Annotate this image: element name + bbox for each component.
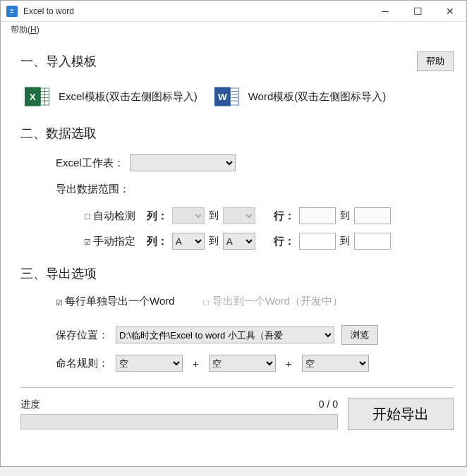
naming-part-2[interactable]: 空 [209, 355, 276, 372]
content-area: 一、导入模板 帮助 X Excel模板(双击左侧图标导入) W Word模板(双… [1, 37, 466, 466]
auto-row-from [299, 207, 336, 224]
excel-template-label: Excel模板(双击左侧图标导入) [59, 90, 198, 104]
auto-row-to [354, 207, 391, 224]
window-title: Excel to word [23, 6, 369, 16]
col-label-manual: 列： [147, 235, 168, 248]
checkbox-empty-icon: ☐ [84, 209, 90, 222]
section-data-select: 二、数据选取 Excel工作表： 导出数据范围： ☐自动检测 列： 到 行： 到 [20, 125, 454, 250]
minimize-button[interactable]: ─ [369, 1, 401, 22]
app-window: ≡ Excel to word ─ ☐ ✕ 帮助(H) 一、导入模板 帮助 X … [0, 0, 467, 467]
each-row-checkbox[interactable]: ☑每行单独导出一个Word [56, 295, 175, 308]
manual-specify-checkbox[interactable]: ☑手动指定 [84, 235, 135, 248]
progress-block: 进度 0 / 0 [20, 398, 338, 429]
plus-2: + [286, 358, 292, 370]
save-location-label: 保存位置： [56, 329, 109, 342]
app-icon: ≡ [6, 6, 18, 17]
browse-button[interactable]: 浏览 [341, 325, 378, 345]
auto-col-from [172, 207, 205, 224]
save-location-row: 保存位置： D:\临时文件\Excel to word 小工具（吾爱 浏览 [20, 325, 454, 345]
window-controls: ─ ☐ ✕ [369, 1, 466, 22]
progress-label: 进度 [20, 398, 40, 411]
maximize-button[interactable]: ☐ [401, 1, 434, 22]
save-path-select[interactable]: D:\临时文件\Excel to word 小工具（吾爱 [116, 327, 334, 343]
to-label-2: 到 [340, 209, 350, 222]
progress-header: 进度 0 / 0 [20, 398, 338, 411]
checkbox-empty-icon: ☐ [203, 295, 210, 308]
naming-part-3[interactable]: 空 [302, 355, 369, 372]
to-label-1: 到 [209, 209, 219, 222]
auto-detect-checkbox[interactable]: ☐自动检测 [84, 209, 135, 223]
checkbox-checked-icon: ☑ [84, 235, 90, 248]
naming-rule-label: 命名规则： [56, 357, 109, 370]
template-row: X Excel模板(双击左侧图标导入) W Word模板(双击左侧图标导入) [20, 84, 454, 109]
section2-title: 二、数据选取 [20, 125, 97, 142]
start-export-button[interactable]: 开始导出 [348, 398, 454, 430]
footer-row: 进度 0 / 0 开始导出 [20, 398, 454, 430]
checkbox-checked-icon: ☑ [56, 295, 62, 308]
word-icon[interactable]: W [214, 84, 240, 109]
title-bar: ≡ Excel to word ─ ☐ ✕ [1, 1, 466, 22]
export-range-label: 导出数据范围： [56, 183, 130, 196]
section1-header: 一、导入模板 帮助 [20, 51, 454, 71]
section3-title: 三、导出选项 [20, 265, 97, 282]
menu-help[interactable]: 帮助(H) [6, 23, 44, 37]
close-button[interactable]: ✕ [434, 1, 466, 22]
auto-col-to [223, 207, 255, 224]
manual-specify-row: ☑手动指定 列： A 到 A 行： 到 [20, 233, 454, 250]
row-label-auto: 行： [274, 209, 295, 223]
worksheet-label: Excel工作表： [56, 157, 124, 170]
worksheet-row: Excel工作表： [20, 154, 454, 171]
menu-bar: 帮助(H) [1, 22, 466, 37]
excel-icon[interactable]: X [25, 84, 50, 109]
auto-detect-row: ☐自动检测 列： 到 行： 到 [20, 207, 454, 224]
to-label-3: 到 [209, 235, 219, 248]
progress-text: 0 / 0 [319, 398, 338, 411]
progress-bar [20, 414, 338, 429]
svg-text:W: W [218, 92, 227, 102]
section1-title: 一、导入模板 [20, 53, 97, 70]
manual-col-from[interactable]: A [172, 233, 205, 250]
section2-header: 二、数据选取 [20, 125, 454, 142]
divider [20, 387, 454, 388]
word-template-label: Word模板(双击左侧图标导入) [248, 90, 387, 104]
section-export-options: 三、导出选项 ☑每行单独导出一个Word ☐导出到一个Word（开发中） 保存位… [20, 265, 454, 372]
row-label-manual: 行： [274, 235, 295, 248]
manual-row-to[interactable] [354, 233, 391, 250]
svg-text:X: X [30, 92, 36, 102]
range-label-row: 导出数据范围： [20, 183, 454, 196]
section3-header: 三、导出选项 [20, 265, 454, 282]
naming-part-1[interactable]: 空 [116, 355, 183, 372]
worksheet-select[interactable] [130, 154, 236, 171]
manual-col-to[interactable]: A [223, 233, 255, 250]
section-import-template: 一、导入模板 帮助 X Excel模板(双击左侧图标导入) W Word模板(双… [20, 51, 454, 109]
plus-1: + [193, 358, 199, 370]
export-mode-row: ☑每行单独导出一个Word ☐导出到一个Word（开发中） [20, 295, 454, 308]
to-label-4: 到 [340, 235, 350, 248]
single-word-checkbox: ☐导出到一个Word（开发中） [203, 295, 344, 308]
col-label-auto: 列： [147, 209, 168, 223]
svg-rect-9 [230, 88, 238, 105]
help-button[interactable]: 帮助 [417, 51, 454, 71]
manual-row-from[interactable] [299, 233, 336, 250]
naming-rule-row: 命名规则： 空 + 空 + 空 [20, 355, 454, 372]
